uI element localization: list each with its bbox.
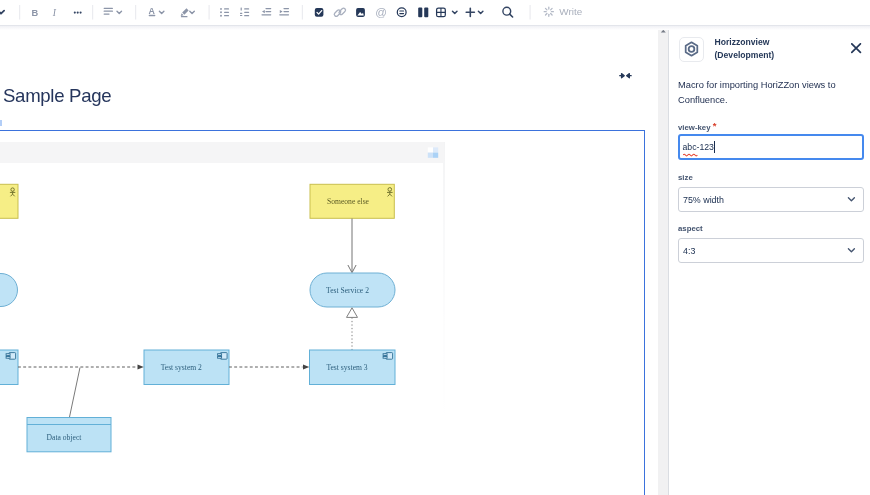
svg-text:Test system 3: Test system 3 bbox=[326, 363, 367, 372]
svg-text:Write: Write bbox=[559, 6, 582, 17]
svg-text:Data object: Data object bbox=[47, 433, 83, 442]
svg-text:B: B bbox=[32, 8, 39, 18]
svg-text:Test Service 2: Test Service 2 bbox=[326, 286, 369, 295]
svg-text:A: A bbox=[149, 6, 156, 16]
svg-text:Someone else: Someone else bbox=[327, 197, 370, 206]
svg-text:Test system 2: Test system 2 bbox=[161, 363, 202, 372]
svg-text:@: @ bbox=[375, 6, 387, 18]
svg-text:I: I bbox=[52, 7, 57, 18]
